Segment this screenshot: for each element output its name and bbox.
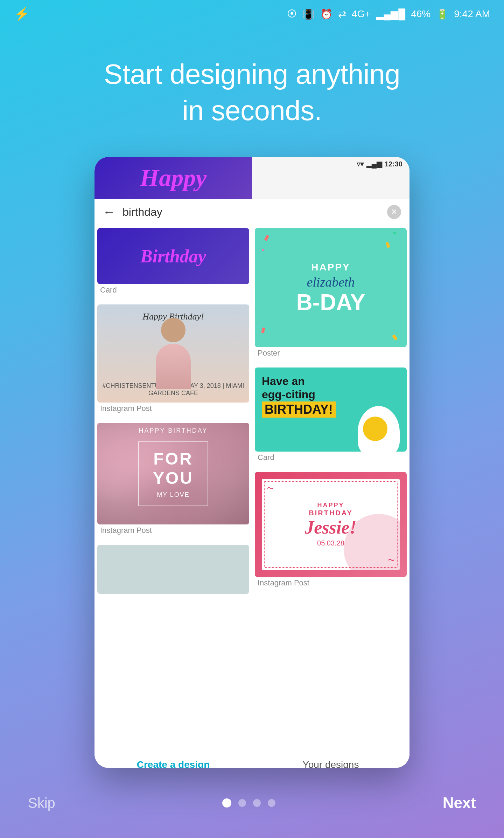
have-an-text: Have an — [262, 375, 336, 388]
page-title: Start designing anything in seconds. — [104, 56, 400, 129]
usb-icon: ⚡ — [14, 7, 30, 21]
card-label-3: Instagram Post — [97, 403, 249, 417]
battery-percent: 46% — [411, 8, 430, 20]
happy-text: Happy — [140, 164, 207, 192]
phone-time: 12:30 — [385, 160, 402, 168]
dot-4 — [268, 799, 275, 807]
list-item — [94, 542, 252, 597]
left-column: Birthday Card Happy Birthday! #CHR — [94, 225, 252, 597]
list-item: Happy Birthday! #CHRISTENSENTURNS21 | MA… — [94, 302, 252, 420]
status-bar: ⚡ ⦿ 📳 ⏰ ⇄ 4G+ ▂▄▆█ 46% 🔋 9:42 AM — [0, 0, 504, 28]
for-text: FOR — [153, 449, 194, 468]
egg-text-container: Have an egg-citing BIRTHDAY! — [262, 375, 336, 418]
vibrate-icon: 📳 — [302, 8, 315, 20]
search-input[interactable] — [122, 206, 380, 219]
signal-icon: 4G+ — [352, 8, 371, 20]
bottom-navigation: Skip Next — [0, 768, 504, 838]
dot-1 — [222, 798, 231, 808]
squiggle-top-left: 〜 — [267, 484, 274, 493]
card-label-6: Instagram Post — [255, 577, 407, 592]
time-display: 9:42 AM — [454, 8, 490, 20]
bday-label: B-DAY — [296, 291, 365, 314]
battery-icon: 🔋 — [436, 8, 448, 20]
dot-2 — [238, 799, 246, 807]
phone-signal-icon: ▂▄▆ — [366, 160, 382, 168]
egg-birthday-text: BIRTHDAY! — [262, 401, 336, 418]
for-you-card[interactable]: HAPPY BIRTHDAY FOR YOU MY LOVE — [97, 423, 249, 524]
pagination-dots — [222, 798, 275, 808]
network-icon: ⇄ — [338, 8, 346, 20]
phone-wifi-icon: ▿▾ — [357, 160, 364, 168]
list-item: 〜 〜 HAPPY BIRTHDAY Jessie! 05.03.28 Inst… — [252, 469, 410, 595]
design-grid-container: Birthday Card Happy Birthday! #CHR — [94, 225, 410, 749]
search-bar[interactable]: ← ✕ — [94, 199, 410, 225]
card-label-5: Instagram Post — [97, 524, 249, 539]
card-label-2: Poster — [255, 347, 407, 362]
right-column: HAPPY elizabeth B-DAY Poster Have an — [252, 225, 410, 597]
elizabeth-card[interactable]: HAPPY elizabeth B-DAY — [255, 228, 407, 347]
you-text: YOU — [153, 468, 194, 488]
for-you-box: FOR YOU MY LOVE — [138, 441, 208, 506]
happy-label: HAPPY — [311, 262, 350, 273]
signal-bars: ▂▄▆█ — [376, 8, 406, 20]
jessie-card[interactable]: 〜 〜 HAPPY BIRTHDAY Jessie! 05.03.28 — [255, 472, 407, 577]
card-label-1: Card — [97, 284, 249, 299]
gray-card[interactable] — [97, 545, 249, 594]
card-label-4: Card — [255, 452, 407, 466]
elizabeth-label: elizabeth — [307, 274, 355, 290]
banner-right: ▿▾ ▂▄▆ 12:30 — [252, 157, 410, 199]
clear-search-button[interactable]: ✕ — [387, 205, 401, 219]
design-grid: Birthday Card Happy Birthday! #CHR — [94, 225, 410, 597]
birthday-text: Birthday — [140, 246, 206, 267]
dot-3 — [253, 799, 261, 807]
my-love-text: MY LOVE — [153, 491, 194, 499]
alarm-icon: ⏰ — [320, 8, 332, 20]
header-section: Start designing anything in seconds. — [104, 56, 400, 129]
next-button[interactable]: Next — [443, 794, 476, 812]
instagram-birthday-card[interactable]: Happy Birthday! #CHRISTENSENTURNS21 | MA… — [97, 304, 249, 403]
banner-happy: Happy — [94, 157, 252, 199]
tab-your-designs[interactable]: Your designs — [252, 749, 410, 768]
tab-create-design[interactable]: Create a design — [94, 749, 252, 768]
phone-banner: Happy ▿▾ ▂▄▆ 12:30 — [94, 157, 410, 199]
egg-card[interactable]: Have an egg-citing BIRTHDAY! — [255, 368, 407, 452]
bluetooth-icon: ⦿ — [287, 8, 297, 20]
back-button[interactable]: ← — [103, 205, 115, 219]
happy-birthday-flowers-label: HAPPY BIRTHDAY — [97, 427, 249, 434]
list-item: HAPPY BIRTHDAY FOR YOU MY LOVE Instagram… — [94, 420, 252, 542]
list-item: Birthday Card — [94, 225, 252, 302]
list-item: Have an egg-citing BIRTHDAY! Card — [252, 365, 410, 469]
phone-tab-bar: Create a design Your designs — [94, 749, 410, 768]
list-item: HAPPY elizabeth B-DAY Poster — [252, 225, 410, 365]
skip-button[interactable]: Skip — [28, 795, 55, 811]
phone-mockup: Happy ▿▾ ▂▄▆ 12:30 ← ✕ Birthday — [94, 157, 410, 768]
egg-citing-text: egg-citing — [262, 388, 336, 401]
birthday-blue-card[interactable]: Birthday — [97, 228, 249, 284]
